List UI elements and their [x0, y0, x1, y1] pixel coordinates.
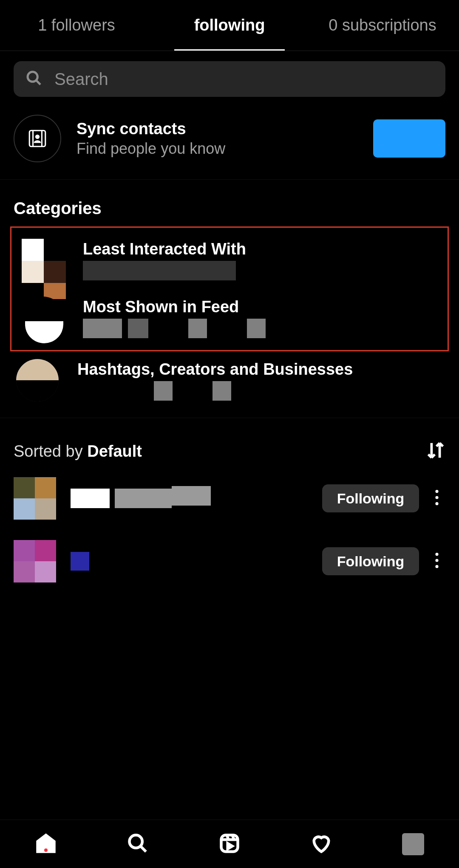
- search-icon: [127, 832, 149, 856]
- nav-reels[interactable]: [212, 832, 246, 856]
- contacts-icon: [14, 115, 61, 162]
- category-subtitle-redacted: [83, 319, 437, 338]
- category-thumb: [16, 359, 59, 401]
- sort-label: Sorted by Default: [14, 442, 426, 461]
- categories-header: Categories: [0, 187, 459, 226]
- search-container: [0, 51, 459, 107]
- category-least-interacted[interactable]: Least Interacted With: [17, 231, 442, 289]
- tab-followers[interactable]: 1 followers: [0, 0, 153, 51]
- notification-dot-icon: [44, 848, 48, 852]
- annotation-highlight-box: Least Interacted With Most Shown in Feed: [10, 226, 449, 351]
- svg-point-5: [435, 502, 438, 505]
- search-icon: [26, 70, 42, 88]
- sync-connect-button[interactable]: [373, 119, 445, 158]
- category-thumb: [22, 297, 64, 339]
- nav-activity[interactable]: [304, 832, 338, 856]
- user-name-redacted: [71, 552, 322, 571]
- sort-arrows-icon[interactable]: [426, 441, 445, 462]
- svg-point-2: [35, 135, 40, 139]
- user-name-redacted: [71, 489, 322, 508]
- sort-prefix: Sorted by: [14, 442, 87, 460]
- sync-subtitle: Find people you know: [76, 140, 373, 158]
- more-options-icon[interactable]: [428, 490, 445, 507]
- nav-search[interactable]: [121, 832, 155, 856]
- category-hashtags[interactable]: Hashtags, Creators and Businesses: [0, 351, 459, 409]
- home-icon: [35, 832, 57, 856]
- tab-subscriptions[interactable]: 0 subscriptions: [306, 0, 459, 51]
- category-most-shown[interactable]: Most Shown in Feed: [17, 289, 442, 347]
- search-bar[interactable]: [14, 61, 445, 97]
- sync-text: Sync contacts Find people you know: [76, 120, 373, 158]
- category-thumb: [22, 239, 64, 281]
- sync-contacts-row[interactable]: Sync contacts Find people you know: [0, 107, 459, 179]
- svg-point-6: [435, 553, 438, 556]
- tab-following[interactable]: following: [153, 0, 306, 51]
- profile-avatar-icon: [402, 833, 424, 855]
- nav-profile[interactable]: [396, 833, 430, 855]
- following-row[interactable]: Following: [0, 530, 459, 593]
- following-row[interactable]: Following: [0, 467, 459, 530]
- svg-point-4: [435, 496, 438, 499]
- sort-value: Default: [87, 442, 142, 460]
- reels-icon: [218, 832, 241, 856]
- category-subtitle-redacted: [77, 381, 443, 401]
- sort-row[interactable]: Sorted by Default: [0, 425, 459, 467]
- svg-point-3: [435, 490, 438, 493]
- svg-point-0: [28, 72, 37, 82]
- svg-point-7: [435, 559, 438, 562]
- user-avatar: [14, 540, 56, 582]
- category-title: Most Shown in Feed: [83, 298, 437, 316]
- more-options-icon[interactable]: [428, 553, 445, 570]
- user-avatar: [14, 477, 56, 520]
- bottom-nav: [0, 820, 459, 868]
- heart-icon: [310, 832, 332, 856]
- svg-point-9: [130, 835, 142, 848]
- nav-home[interactable]: [29, 832, 63, 856]
- svg-point-8: [435, 565, 438, 568]
- svg-line-1: [36, 80, 40, 85]
- sync-title: Sync contacts: [76, 120, 373, 138]
- search-input[interactable]: [54, 70, 434, 89]
- category-title: Hashtags, Creators and Businesses: [77, 360, 443, 379]
- svg-line-10: [141, 846, 146, 851]
- category-title: Least Interacted With: [83, 240, 437, 258]
- top-tabs: 1 followers following 0 subscriptions: [0, 0, 459, 51]
- category-subtitle-redacted: [83, 261, 437, 280]
- following-button[interactable]: Following: [322, 484, 419, 512]
- following-button[interactable]: Following: [322, 547, 419, 575]
